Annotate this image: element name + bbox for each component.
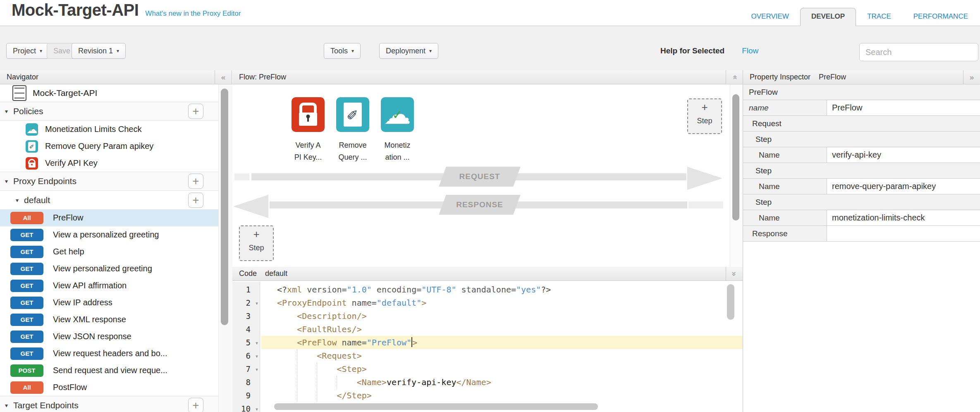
inspector-field-label: Name: [743, 210, 827, 225]
tab-performance[interactable]: PERFORMANCE: [902, 12, 979, 26]
plus-icon: +: [253, 230, 259, 238]
line-number: 10: [232, 402, 252, 412]
search-input[interactable]: [859, 43, 978, 61]
fold-arrow-icon[interactable]: ▾: [252, 402, 261, 412]
section-label: Proxy Endpoints: [13, 176, 76, 186]
navigator-panel-title: Navigator: [7, 73, 38, 81]
fold-arrow-icon[interactable]: ▾: [252, 349, 261, 362]
code-line-content: <Name>verify-api-key</Name>: [261, 376, 743, 389]
help-flow-link[interactable]: Flow: [742, 46, 758, 55]
flow-item[interactable]: GETGet help: [0, 243, 218, 260]
add-policies-button[interactable]: +: [188, 104, 203, 119]
sidebar-section-target-endpoints[interactable]: ▾Target Endpoints+: [0, 396, 218, 412]
cloud-check-icon[interactable]: ☁✓: [381, 97, 414, 132]
lock-icon[interactable]: [26, 157, 38, 170]
flow-step-label-line: ation ...: [370, 151, 424, 163]
flow-item[interactable]: AllPreFlow: [0, 209, 218, 226]
chevron-up-icon: »: [730, 75, 739, 79]
navigator-root-item[interactable]: Mock-Target-API: [0, 84, 218, 102]
code-line: 2▾<ProxyEndpoint name="default">: [232, 296, 743, 309]
page-title: Mock-Target-API: [12, 1, 139, 19]
api-proxy-icon: [12, 85, 26, 101]
project-menu-label: Project: [13, 47, 36, 55]
policy-item[interactable]: ☁✓Monetization Limits Check: [0, 121, 218, 138]
add-proxy-endpoints-button[interactable]: +: [188, 174, 203, 189]
indent-guide: [317, 376, 317, 389]
inspector-field-value[interactable]: PreFlow: [827, 100, 980, 115]
flow-item[interactable]: GETView XML response: [0, 311, 218, 328]
inspector-field-row: namePreFlow: [743, 100, 980, 116]
flow-step[interactable]: Verify API Key...: [292, 97, 325, 163]
flow-item[interactable]: GETView request headers and bo...: [0, 345, 218, 362]
flow-item[interactable]: POSTSend request and view reque...: [0, 362, 218, 379]
revision-menu-button[interactable]: Revision 1 ▾: [72, 43, 126, 59]
sidebar-section-proxy-endpoints[interactable]: ▾Proxy Endpoints+: [0, 172, 218, 191]
tab-develop[interactable]: DEVELOP: [800, 8, 856, 26]
flow-label: View a personalized greeting: [53, 230, 159, 240]
pencil-glyph: ✎: [29, 144, 35, 149]
expand-inspector-icon[interactable]: »: [963, 70, 980, 84]
collapse-code-panel-icon[interactable]: »: [726, 267, 743, 280]
code-horizontal-scrollbar-thumb[interactable]: [274, 403, 598, 410]
inspector-field-value[interactable]: [827, 226, 980, 241]
code-panel-header: Code default »: [232, 267, 743, 281]
flow-panel-header: Flow: PreFlow »: [232, 70, 743, 84]
request-label-tag: REQUEST: [442, 167, 517, 187]
code-panel-title: Code: [239, 269, 257, 278]
flow-item[interactable]: AllPostFlow: [0, 379, 218, 396]
flow-item[interactable]: GETView a personalized greeting: [0, 226, 218, 243]
deployment-menu-button[interactable]: Deployment ▾: [379, 43, 438, 59]
sidebar-section-policies[interactable]: ▾Policies+: [0, 102, 218, 121]
flow-item[interactable]: GETView IP address: [0, 294, 218, 311]
flow-item[interactable]: GETView JSON response: [0, 328, 218, 345]
cloud-check-icon[interactable]: ☁✓: [26, 123, 38, 136]
project-menu-button[interactable]: Project ▾: [6, 43, 49, 59]
flow-item[interactable]: GETView personalized greeting: [0, 260, 218, 277]
pencil-icon[interactable]: ✎: [336, 97, 369, 132]
policy-item[interactable]: ✎Remove Query Param apikey: [0, 138, 218, 155]
collapse-navigator-icon[interactable]: «: [215, 70, 232, 84]
add-target-endpoints-button[interactable]: +: [188, 398, 203, 412]
code-line: 4 <FaultRules/>: [232, 323, 743, 336]
inspector-field-value[interactable]: verify-api-key: [827, 147, 980, 163]
help-for-selected-row: Help for Selected Flow: [660, 43, 758, 59]
fold-arrow-icon[interactable]: ▾: [252, 336, 261, 349]
plus-icon: +: [701, 103, 708, 111]
caret-down-icon: ▾: [117, 48, 119, 54]
code-editor[interactable]: 1<?xml version="1.0" encoding="UTF-8" st…: [232, 282, 743, 412]
fold-arrow-icon[interactable]: ▾: [252, 296, 261, 309]
method-badge: All: [10, 212, 43, 224]
code-line: 6▾ <Request>: [232, 349, 743, 362]
add-default-button[interactable]: +: [188, 192, 203, 208]
code-vertical-scrollbar-thumb[interactable]: [727, 284, 734, 320]
lock-icon[interactable]: [292, 97, 325, 132]
sidebar-section-default[interactable]: ▾default+: [0, 191, 218, 209]
navigator-tree: Mock-Target-API▾Policies+☁✓Monetization …: [0, 84, 218, 412]
code-line-content: <ProxyEndpoint name="default">: [261, 296, 743, 309]
tools-menu-label: Tools: [330, 47, 348, 55]
tab-overview[interactable]: OVERVIEW: [740, 12, 800, 26]
add-step-button-response[interactable]: + Step: [239, 225, 274, 261]
tab-trace[interactable]: TRACE: [856, 12, 902, 26]
collapse-flow-panel-icon[interactable]: »: [726, 70, 743, 84]
fold-arrow-icon[interactable]: ▾: [252, 362, 261, 376]
flow-item[interactable]: GETView API affirmation: [0, 277, 218, 294]
inspector-field-value[interactable]: remove-query-param-apikey: [827, 179, 980, 194]
inspector-section-label: PreFlow: [743, 88, 778, 97]
section-label: Policies: [13, 106, 43, 116]
pencil-glyph: ✎: [346, 109, 360, 121]
tools-menu-button[interactable]: Tools ▾: [324, 43, 361, 59]
indent-guide: [317, 362, 317, 376]
flow-step[interactable]: ☁✓Monetization ...: [381, 97, 414, 163]
inspector-field-value[interactable]: monetization-limits-check: [827, 210, 980, 225]
pencil-icon[interactable]: ✎: [26, 140, 38, 153]
line-number: 4: [232, 323, 252, 336]
indent-guide: [297, 376, 297, 389]
policy-item[interactable]: Verify API Key: [0, 155, 218, 172]
code-line: 9 </Step>: [232, 389, 743, 402]
flow-scrollbar-thumb[interactable]: [732, 94, 739, 220]
navigator-scrollbar-thumb[interactable]: [221, 89, 228, 325]
whats-new-link[interactable]: What's new in the Proxy Editor: [145, 10, 241, 18]
flow-step[interactable]: ✎RemoveQuery ...: [336, 97, 369, 163]
add-step-button-request[interactable]: + Step: [687, 98, 722, 134]
